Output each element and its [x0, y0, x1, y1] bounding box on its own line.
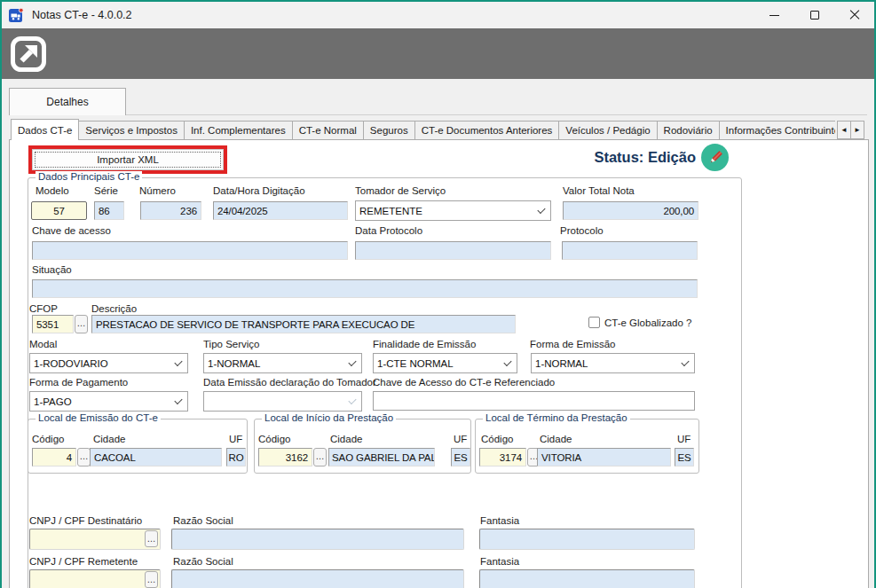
local-emissao-cidade-label: Cidade	[93, 434, 125, 444]
fantasia-remetente-field[interactable]	[479, 569, 695, 588]
chevron-down-icon	[348, 396, 356, 404]
serie-field[interactable]: 86	[94, 201, 124, 220]
protocolo-field[interactable]	[562, 241, 698, 260]
data-digitacao-field[interactable]: 24/04/2025	[213, 201, 348, 220]
local-emissao-codigo-lookup-button[interactable]: …	[77, 448, 91, 466]
tab-servicos-e-impostos[interactable]: Serviços e Impostos	[78, 121, 185, 140]
tab-scroll-right-button[interactable]: ►	[850, 121, 864, 139]
chave-acesso-field[interactable]	[32, 241, 348, 260]
tab-scroll-left-button[interactable]: ◄	[837, 121, 851, 139]
cfop-lookup-button[interactable]: …	[75, 315, 88, 333]
local-inicio-uf-label: UF	[454, 434, 467, 444]
tab-label: CT-e Documentos Anteriores	[422, 125, 553, 136]
chevron-down-icon	[174, 396, 182, 404]
dados-cte-page: Importar XML Status: Edição Dados Princi…	[9, 139, 869, 588]
minimize-button[interactable]	[754, 2, 794, 28]
situacao-label: Situação	[32, 264, 72, 275]
tab-seguros[interactable]: Seguros	[363, 121, 415, 140]
data-protocolo-field[interactable]	[355, 241, 551, 260]
tab-cte-normal[interactable]: CT-e Normal	[292, 121, 364, 140]
outer-tab-divider	[9, 114, 867, 115]
maximize-button[interactable]	[794, 2, 834, 28]
forma-emissao-select[interactable]: 1-NORMAL	[531, 353, 695, 373]
descricao-field[interactable]: PRESTACAO DE SERVICO DE TRANSPORTE PARA …	[91, 315, 516, 333]
local-termino-cidade-field[interactable]: VITORIA	[537, 448, 671, 466]
cfop-field[interactable]: 5351	[32, 315, 74, 333]
data-declaracao-label: Data Emissão declaração do Tomador	[203, 377, 376, 388]
local-inicio-codigo-field[interactable]: 3162	[258, 448, 312, 466]
tab-veiculos-pedagio[interactable]: Veículos / Pedágio	[558, 121, 657, 140]
app-icon	[9, 8, 24, 22]
chevron-down-icon	[348, 357, 356, 365]
forma-pagamento-select[interactable]: 1-PAGO	[29, 391, 188, 412]
local-termino-codigo-field[interactable]: 3174	[479, 448, 526, 466]
pencil-icon	[706, 149, 724, 167]
fantasia-remetente-label: Fantasia	[480, 556, 519, 567]
chave-acesso-label: Chave de acesso	[32, 225, 111, 236]
tab-label: Dados CT-e	[18, 125, 72, 136]
status-label: Status: Edição	[594, 149, 696, 166]
finalidade-select[interactable]: 1-CTE NORMAL	[373, 353, 517, 373]
tomador-select[interactable]: REMETENTE	[355, 200, 551, 221]
group-local-termino-title: Local de Término da Prestação	[483, 412, 630, 423]
edit-status-badge	[701, 144, 729, 171]
tab-cte-documentos-anteriores[interactable]: CT-e Documentos Anteriores	[414, 121, 560, 140]
numero-label: Número	[139, 185, 176, 196]
numero-field[interactable]: 236	[140, 201, 201, 220]
tipo-servico-label: Tipo Serviço	[203, 339, 260, 349]
close-button[interactable]	[834, 2, 874, 28]
cfop-label: CFOP	[29, 303, 58, 314]
local-inicio-cidade-field[interactable]: SAO GABRIEL DA PALHA	[328, 448, 435, 466]
status-row: Status: Edição	[365, 144, 729, 171]
cnpj-remetente-field[interactable]	[29, 569, 161, 588]
local-emissao-codigo-field[interactable]: 4	[32, 448, 76, 466]
close-icon	[849, 10, 860, 20]
forma-emissao-value: 1-NORMAL	[535, 358, 588, 369]
valor-total-field[interactable]: 200,00	[563, 201, 698, 220]
fantasia-destinatario-field[interactable]	[479, 529, 695, 550]
modelo-label: Modelo	[36, 185, 69, 196]
local-inicio-cidade-label: Cidade	[330, 434, 362, 444]
chevron-down-icon	[503, 357, 511, 365]
razao-remetente-label: Razão Social	[173, 556, 233, 567]
chevron-down-icon	[537, 205, 545, 213]
modal-label: Modal	[29, 339, 57, 349]
tab-rodoviario[interactable]: Rodoviário	[657, 121, 720, 140]
cnpj-destinatario-field[interactable]	[29, 529, 161, 550]
tab-scroll-buttons: ◄ ►	[838, 121, 864, 139]
local-termino-uf-field[interactable]: ES	[675, 448, 694, 466]
data-declaracao-select[interactable]	[203, 391, 362, 412]
data-digitacao-label: Data/Hora Digitação	[213, 185, 305, 196]
local-inicio-codigo-lookup-button[interactable]: …	[313, 448, 327, 466]
group-local-emissao-title: Local de Emissão do CT-e	[36, 412, 161, 423]
chave-referenciado-field[interactable]	[373, 391, 695, 411]
chevron-down-icon	[174, 357, 182, 365]
local-emissao-uf-field[interactable]: RO	[226, 448, 246, 466]
modal-select[interactable]: 1-RODOVIARIO	[29, 353, 188, 373]
import-xml-button[interactable]: Importar XML	[32, 149, 224, 170]
local-emissao-uf-label: UF	[229, 434, 242, 444]
window-title: Notas CT-e - 4.0.0.2	[32, 9, 132, 21]
local-inicio-uf-field[interactable]: ES	[451, 448, 470, 466]
cnpj-remetente-lookup-button[interactable]: …	[145, 571, 158, 588]
data-protocolo-label: Data Protocolo	[355, 225, 422, 236]
situacao-field[interactable]	[32, 279, 698, 298]
maximize-icon	[810, 11, 819, 20]
cnpj-destinatario-lookup-button[interactable]: …	[145, 530, 158, 547]
razao-destinatario-field[interactable]	[171, 529, 464, 550]
razao-remetente-field[interactable]	[171, 569, 464, 588]
cte-globalizado-checkbox[interactable]	[588, 317, 600, 328]
tipo-servico-select[interactable]: 1-NORMAL	[203, 353, 362, 373]
modal-value: 1-RODOVIARIO	[34, 358, 108, 369]
tab-label: Veículos / Pedágio	[565, 125, 650, 136]
chave-referenciado-label: Chave de Acesso do CT-e Referenciado	[373, 377, 555, 388]
toolbar	[2, 28, 874, 79]
tab-dados-cte[interactable]: Dados CT-e	[11, 119, 79, 140]
local-emissao-cidade-field[interactable]: CACOAL	[90, 448, 222, 466]
local-termino-uf-label: UF	[677, 434, 691, 444]
protocolo-label: Protocolo	[560, 225, 604, 236]
tab-detalhes[interactable]: Detalhes	[9, 88, 126, 115]
modelo-field[interactable]: 57	[31, 201, 87, 220]
tab-informacoes-contribuinte-fisco[interactable]: Informações Contribuinte / Fisco	[719, 121, 835, 140]
tab-inf-complementares[interactable]: Inf. Complementares	[184, 121, 293, 140]
